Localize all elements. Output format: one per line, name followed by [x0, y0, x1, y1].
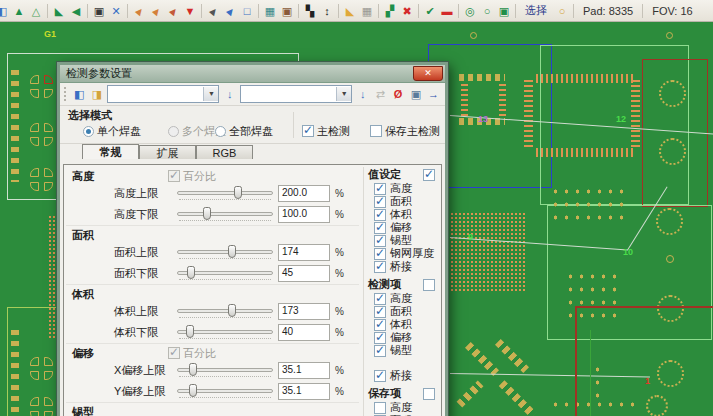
item-label: 桥接: [390, 368, 412, 383]
volume-upper-slider[interactable]: [177, 304, 273, 320]
zoom-page-icon[interactable]: △: [28, 3, 44, 19]
chevron-down-icon[interactable]: ▼: [203, 87, 218, 101]
config-combobox-1[interactable]: ▼: [107, 85, 219, 103]
zoom-region-icon[interactable]: ▲: [11, 3, 27, 19]
volume-upper-input[interactable]: 173: [278, 303, 330, 320]
snapshot-icon[interactable]: ▣: [279, 3, 295, 19]
location-pin-icon[interactable]: ▼: [182, 3, 198, 19]
radio-all-pads[interactable]: 全部焊盘: [215, 124, 273, 139]
area-lower-input[interactable]: 45: [278, 265, 330, 282]
height-lower-slider[interactable]: [177, 207, 273, 223]
toolbar-separator: [258, 4, 259, 18]
checkbox-panels: 值设定 高度 面积 体积 偏移 锡型 钢网厚度 桥接 检测项: [363, 167, 439, 416]
volume-lower-slider[interactable]: [177, 325, 273, 341]
checkbox-icon[interactable]: [374, 261, 386, 273]
open-file-icon[interactable]: ◨: [90, 87, 105, 102]
cancel-icon[interactable]: Ø: [391, 87, 406, 102]
checkbox-icon[interactable]: [302, 125, 314, 137]
tab-extend[interactable]: 扩展: [139, 145, 196, 159]
horn-icon[interactable]: ◀: [68, 3, 84, 19]
height-lower-input[interactable]: 100.0: [278, 206, 330, 223]
pcb-pad: [44, 411, 53, 416]
circle-tool-icon[interactable]: ○: [479, 3, 495, 19]
pcb-diagonal-pads: [495, 339, 529, 373]
target-circle-icon[interactable]: ◎: [462, 3, 478, 19]
radio-icon[interactable]: [83, 126, 94, 137]
tab-rgb[interactable]: RGB: [196, 145, 253, 159]
stats-icon[interactable]: ▞: [382, 3, 398, 19]
delete-icon[interactable]: ✖: [399, 3, 415, 19]
select-button[interactable]: 选择: [519, 3, 553, 18]
region-select-icon[interactable]: □: [239, 3, 255, 19]
dialog-titlebar[interactable]: 检测参数设置 ✕: [60, 65, 445, 83]
y-offset-input[interactable]: 35.1: [278, 383, 330, 400]
slider-thumb[interactable]: [186, 325, 194, 338]
ruler-icon[interactable]: ◣: [342, 3, 358, 19]
checkbox-icon[interactable]: [374, 345, 386, 357]
pin-blue-icon[interactable]: ►: [219, 0, 242, 22]
pcb-pad-grid: [565, 270, 620, 320]
confirm-icon[interactable]: ✔: [422, 3, 438, 19]
slider-thumb[interactable]: [228, 304, 236, 317]
angle-measure-icon[interactable]: ◣: [51, 3, 67, 19]
exit-icon[interactable]: →: [426, 87, 441, 102]
selection-mode-title: 选择模式: [68, 108, 112, 123]
blocks-icon[interactable]: ▚: [302, 3, 318, 19]
tools-icon[interactable]: ✕: [108, 3, 124, 19]
toolbar-separator: [642, 4, 643, 18]
slider-thumb[interactable]: [189, 363, 197, 376]
pcb-net-line-red: [575, 306, 577, 416]
pcb-pad-group: [30, 168, 56, 192]
height-upper-slider[interactable]: [177, 186, 273, 202]
slider-thumb[interactable]: [234, 186, 242, 199]
radio-single-pad[interactable]: 单个焊盘: [83, 124, 141, 139]
slider-thumb[interactable]: [187, 266, 195, 279]
slider-thumb[interactable]: [189, 384, 197, 397]
save-main-detect-checkbox-row[interactable]: 保存主检测: [370, 124, 440, 139]
square-tool-icon[interactable]: ▣: [496, 3, 512, 19]
camera-icon[interactable]: ▣: [91, 3, 107, 19]
panel-view-icon[interactable]: ▦: [262, 3, 278, 19]
area-upper-input[interactable]: 174: [278, 244, 330, 261]
volume-lower-input[interactable]: 40: [278, 324, 330, 341]
save-items-master-checkbox[interactable]: [423, 388, 435, 400]
sort-icon[interactable]: ↕: [319, 3, 335, 19]
save-items-panel: 保存项 高度 面积 体积: [368, 386, 439, 416]
close-button[interactable]: ✕: [413, 66, 443, 81]
load-config-icon[interactable]: ↓: [222, 87, 237, 102]
value-set-master-checkbox[interactable]: [423, 169, 435, 181]
chevron-down-icon[interactable]: ▼: [336, 87, 351, 101]
x-offset-slider[interactable]: [177, 363, 273, 379]
checkbox-icon[interactable]: [374, 402, 386, 414]
y-offset-slider[interactable]: [177, 384, 273, 400]
open-config-icon[interactable]: ◧: [72, 87, 87, 102]
main-detect-checkbox-row[interactable]: 主检测: [302, 124, 350, 139]
height-upper-input[interactable]: 200.0: [278, 185, 330, 202]
checkbox-icon[interactable]: [370, 125, 382, 137]
slider-thumb[interactable]: [228, 245, 236, 258]
section-volume-title: 体积: [72, 287, 94, 302]
area-lower-slider[interactable]: [177, 266, 273, 282]
tab-general[interactable]: 常规: [82, 144, 139, 159]
grid-icon[interactable]: ▦: [359, 3, 375, 19]
apply-icon[interactable]: ⇄: [373, 87, 388, 102]
radio-single-pad-label: 单个焊盘: [97, 125, 141, 137]
value-set-item[interactable]: 桥接: [374, 260, 439, 273]
detect-item[interactable]: 桥接: [374, 369, 439, 382]
save-icon[interactable]: ▣: [408, 87, 423, 102]
remove-icon[interactable]: ▬: [439, 3, 455, 19]
load-config-icon-2[interactable]: ↓: [355, 87, 370, 102]
pin-icon[interactable]: ►: [162, 0, 185, 22]
config-combobox-2[interactable]: ▼: [240, 85, 352, 103]
area-upper-slider[interactable]: [177, 245, 273, 261]
document-icon[interactable]: ◧: [0, 3, 10, 19]
volume-upper-row: 体积上限 173 %: [114, 301, 353, 322]
slider-thumb[interactable]: [203, 207, 211, 220]
x-offset-input[interactable]: 35.1: [278, 362, 330, 379]
toolbar-separator: [573, 4, 574, 18]
search-icon[interactable]: ○: [554, 3, 570, 19]
detect-items-master-checkbox[interactable]: [423, 279, 435, 291]
radio-icon[interactable]: [215, 126, 226, 137]
detect-item[interactable]: 锡型: [374, 344, 439, 357]
checkbox-icon[interactable]: [374, 370, 386, 382]
